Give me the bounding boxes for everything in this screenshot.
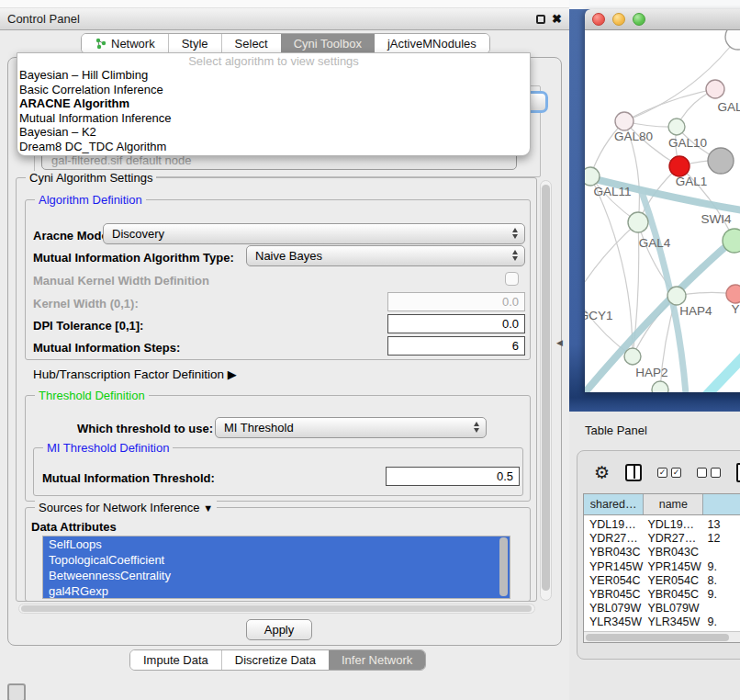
- algorithm-option[interactable]: ARACNE Algorithm: [17, 96, 530, 111]
- which-threshold-combo[interactable]: MI Threshold: [215, 417, 487, 438]
- data-attribute-item[interactable]: gal4RGexp: [43, 583, 510, 599]
- mi-threshold-group-label: MI Threshold Definition: [43, 441, 173, 455]
- algorithm-definition-label: Algorithm Definition: [35, 193, 146, 207]
- algorithm-option[interactable]: Basic Correlation Inference: [17, 83, 530, 97]
- split-view-icon[interactable]: [625, 464, 642, 481]
- table-row[interactable]: YER054CYER054C8.: [584, 574, 740, 588]
- table-cell: YDR27…: [584, 532, 644, 546]
- network-node-hap4[interactable]: [667, 287, 686, 305]
- hub-section-label: Hub/Transcription Factor Definition: [33, 367, 224, 381]
- bottom-tabbar: Impute DataDiscretize DataInfer Network: [129, 649, 426, 671]
- table-hscrollbar[interactable]: [584, 631, 740, 642]
- table-row[interactable]: YBL079WYBL079W: [584, 602, 740, 615]
- docked-window-icon[interactable]: [7, 683, 26, 700]
- sources-group-label[interactable]: Sources for Network Inference ▼: [35, 501, 217, 514]
- network-node[interactable]: [725, 30, 740, 50]
- splitter-arrow-icon[interactable]: ◀: [556, 338, 563, 347]
- network-node-gal80[interactable]: [615, 112, 633, 130]
- table-row[interactable]: YDL19…YDL19…13: [584, 518, 740, 532]
- combo-arrows-icon: [512, 228, 518, 239]
- table-rows: YDL19…YDL19…13YDR27…YDR27…12YBR043CYBR04…: [584, 515, 740, 635]
- column-header[interactable]: name: [644, 494, 703, 514]
- network-node[interactable]: [652, 381, 668, 392]
- network-view-window: GALGAL80GAL10GAL1GAL11GAL4SWI4GCY1HAP4YH…: [585, 9, 740, 392]
- table-row[interactable]: YBR043CYBR043C: [584, 546, 740, 559]
- tab-label: Cyni Toolbox: [294, 37, 362, 51]
- manual-kernel-checkbox[interactable]: [505, 272, 519, 286]
- close-traffic-light[interactable]: [592, 13, 605, 26]
- data-attribute-item[interactable]: SelfLoops: [43, 536, 510, 552]
- table-row[interactable]: YDR27…YDR27…12: [584, 532, 740, 546]
- table-cell: 9.: [703, 560, 740, 574]
- tab-label: Discretize Data: [235, 653, 316, 667]
- threshold-definition-label: Threshold Definition: [35, 389, 149, 402]
- algorithm-option[interactable]: Mutual Information Inference: [17, 111, 530, 126]
- aracne-mode-combo[interactable]: Discovery: [103, 223, 525, 244]
- mi-type-value: Naive Bayes: [255, 249, 322, 263]
- mi-steps-field[interactable]: 6: [387, 336, 525, 356]
- tab-cyni-toolbox[interactable]: Cyni Toolbox: [281, 34, 375, 53]
- settings-vscrollbar[interactable]: [540, 180, 552, 601]
- network-node-swi4[interactable]: [723, 229, 740, 253]
- network-node[interactable]: [708, 148, 734, 174]
- tab-label: Select: [235, 37, 268, 51]
- column-header[interactable]: shared…: [584, 494, 644, 514]
- mi-type-label: Mutual Information Algorithm Type:: [33, 251, 234, 265]
- float-window-icon[interactable]: [536, 15, 545, 24]
- column-header[interactable]: [703, 494, 740, 514]
- deselect-all-columns-icon[interactable]: [697, 468, 721, 478]
- close-icon[interactable]: ✖: [552, 15, 562, 24]
- tab-network[interactable]: Network: [82, 34, 168, 53]
- zoom-traffic-light[interactable]: [633, 13, 645, 26]
- tab-infer-network[interactable]: Infer Network: [329, 650, 425, 670]
- network-canvas[interactable]: GALGAL80GAL10GAL1GAL11GAL4SWI4GCY1HAP4YH…: [585, 30, 740, 392]
- network-node-gal10[interactable]: [668, 119, 685, 135]
- algorithm-option[interactable]: Bayesian – Hill Climbing: [17, 68, 530, 83]
- select-all-columns-icon[interactable]: ✓ ✓: [657, 468, 681, 478]
- node-label: GAL: [717, 100, 740, 114]
- table-cell: 12: [703, 532, 740, 546]
- network-node-gal4[interactable]: [628, 212, 648, 232]
- apply-button[interactable]: Apply: [246, 619, 312, 640]
- tab-style[interactable]: Style: [168, 34, 221, 53]
- data-attribute-item[interactable]: TopologicalCoefficient: [43, 552, 510, 568]
- minimize-traffic-light[interactable]: [612, 13, 625, 26]
- algorithm-option[interactable]: Dream8 DC_TDC Algorithm: [17, 140, 530, 154]
- network-node-y[interactable]: [726, 285, 740, 303]
- table-cell: YBR043C: [644, 546, 703, 559]
- table-cell: YPR145W: [644, 560, 703, 574]
- network-node-gal1[interactable]: [669, 156, 690, 176]
- gear-icon[interactable]: ⚙: [594, 464, 610, 481]
- node-label: Y: [731, 302, 739, 316]
- table-row[interactable]: YBR045CYBR045C9.: [584, 588, 740, 602]
- hub-section-toggle[interactable]: Hub/Transcription Factor Definition ▶: [33, 367, 237, 381]
- mi-type-combo[interactable]: Naive Bayes: [246, 245, 525, 266]
- algorithm-option[interactable]: Bayesian – K2: [17, 125, 530, 140]
- settings-hscroll-thumb[interactable]: [21, 605, 532, 612]
- node-label: GAL11: [593, 185, 631, 198]
- tab-select[interactable]: Select: [221, 34, 281, 53]
- network-node-gal[interactable]: [706, 80, 724, 98]
- tab-discretize-data[interactable]: Discretize Data: [221, 650, 329, 670]
- table-hscroll-thumb[interactable]: [586, 634, 729, 641]
- table-row[interactable]: YLR345WYLR345W9.: [584, 615, 740, 629]
- table-row[interactable]: YPR145WYPR145W9.: [584, 560, 740, 574]
- mi-threshold-field[interactable]: 0.5: [386, 467, 520, 486]
- table-cell: YBL079W: [644, 602, 703, 615]
- node-label: GAL80: [614, 130, 653, 143]
- kernel-width-field: 0.0: [387, 292, 525, 311]
- dpi-tolerance-field[interactable]: 0.0: [387, 314, 525, 333]
- tab-impute-data[interactable]: Impute Data: [130, 650, 221, 670]
- attr-list-vscroll-thumb[interactable]: [499, 537, 508, 596]
- page-icon[interactable]: [736, 463, 740, 482]
- network-node-gal11[interactable]: [585, 167, 600, 186]
- data-attribute-item[interactable]: BetweennessCentrality: [43, 568, 510, 583]
- table-cell: YER054C: [584, 574, 644, 588]
- aracne-mode-label: Aracne Mode:: [33, 229, 112, 243]
- settings-hscrollbar[interactable]: [18, 604, 535, 614]
- checked-box-icon: ✓: [657, 468, 667, 478]
- tab-jactivemnodules[interactable]: jActiveMNodules: [375, 34, 489, 53]
- network-node-hap2[interactable]: [624, 348, 641, 365]
- settings-vscroll-thumb[interactable]: [542, 185, 550, 591]
- network-window-titlebar[interactable]: [585, 9, 740, 30]
